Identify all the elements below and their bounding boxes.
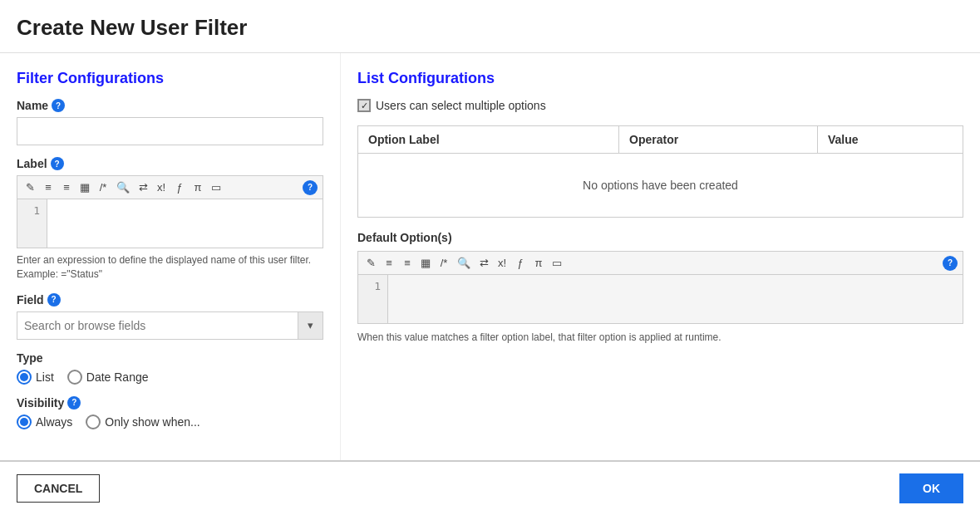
left-panel: Filter Configurations Name ? Label ? ✎ ≡… [0,53,341,460]
label-section: Label ? ✎ ≡ ≡ ▦ /* 🔍 ⇄ x! ƒ π ▭ ? 1 [17,157,323,282]
type-radio-group: List Date Range [17,370,323,385]
field-search-wrapper: ▾ [17,311,323,340]
type-daterange-radio[interactable] [67,370,82,385]
options-table: Option Label Operator Value No options h… [357,125,963,218]
footer: CANCEL OK [0,460,980,515]
type-list-label: List [36,370,54,384]
name-input[interactable] [17,117,323,145]
content-area: Filter Configurations Name ? Label ? ✎ ≡… [0,53,980,460]
type-list-option[interactable]: List [17,370,54,385]
default-editor-content[interactable] [388,275,963,323]
label-editor: 1 [17,199,323,248]
visibility-always-radio[interactable] [17,414,32,429]
multi-select-row: Users can select multiple options [357,99,963,112]
right-panel: List Configurations Users can select mul… [341,53,980,460]
field-label: Field ? [17,293,323,307]
toolbar-btn-swap[interactable]: ⇄ [135,179,150,195]
type-daterange-label: Date Range [86,370,149,384]
visibility-radio-group: Always Only show when... [17,414,323,429]
field-section: Field ? ▾ [17,293,323,340]
toolbar-btn-func[interactable]: ƒ [172,179,187,195]
no-options-row: No options have been created [358,154,963,218]
type-daterange-option[interactable]: Date Range [67,370,149,385]
default-toolbar: ✎ ≡ ≡ ▦ /* 🔍 ⇄ x! ƒ π ▭ ? [357,251,963,274]
name-help-icon[interactable]: ? [52,99,65,112]
visibility-conditional-label: Only show when... [105,415,199,429]
list-configurations-title: List Configurations [357,70,963,87]
options-table-body: No options have been created [358,154,963,218]
default-toolbar-btn-align-center[interactable]: ≡ [400,255,415,271]
toolbar-btn-align-left[interactable]: ≡ [41,179,56,195]
col-operator: Operator [619,126,818,154]
label-label: Label ? [17,157,323,170]
default-hint: When this value matches a filter option … [357,331,963,345]
default-toolbar-btn-comment[interactable]: /* [436,255,451,271]
label-hint: Enter an expression to define the displa… [17,253,323,282]
visibility-always-label: Always [36,415,72,429]
options-table-head: Option Label Operator Value [358,126,963,154]
toolbar-btn-grid[interactable]: ▦ [77,179,92,195]
default-toolbar-btn-grid[interactable]: ▦ [418,255,433,271]
label-toolbar: ✎ ≡ ≡ ▦ /* 🔍 ⇄ x! ƒ π ▭ ? [17,175,323,199]
visibility-always-option[interactable]: Always [17,414,72,429]
label-editor-content[interactable] [47,199,323,248]
label-line-numbers: 1 [17,199,47,248]
filter-configurations-title: Filter Configurations [17,70,323,87]
page-title: Create New User Filter [17,15,963,41]
visibility-section: Visibility ? Always Only show when... [17,396,323,429]
visibility-help-icon[interactable]: ? [67,396,81,410]
field-search-input[interactable] [17,314,298,337]
multi-select-checkbox[interactable] [357,99,371,112]
toolbar-help-icon[interactable]: ? [303,180,318,195]
no-options-text: No options have been created [358,154,963,218]
default-toolbar-btn-swap[interactable]: ⇄ [476,255,491,271]
page-header: Create New User Filter [0,0,980,53]
ok-button[interactable]: OK [899,473,963,503]
default-toolbar-btn-xfact[interactable]: x! [495,255,510,271]
options-table-header-row: Option Label Operator Value [358,126,963,154]
visibility-label: Visibility ? [17,396,323,410]
default-editor: 1 [357,274,963,324]
default-toolbar-btn-align-left[interactable]: ≡ [382,255,396,271]
toolbar-btn-box[interactable]: ▭ [209,179,224,195]
type-list-radio[interactable] [17,370,32,385]
visibility-conditional-radio[interactable] [86,414,101,429]
visibility-conditional-option[interactable]: Only show when... [86,414,199,429]
toolbar-btn-search[interactable]: 🔍 [114,179,132,195]
col-value: Value [818,126,963,154]
label-help-icon[interactable]: ? [51,157,64,170]
default-toolbar-btn-edit[interactable]: ✎ [363,255,378,271]
default-option-label: Default Option(s) [357,231,963,244]
name-label: Name ? [17,99,323,112]
cancel-button[interactable]: CANCEL [17,474,100,503]
default-toolbar-btn-pi[interactable]: π [531,255,546,271]
default-toolbar-help-icon[interactable]: ? [943,256,958,271]
field-help-icon[interactable]: ? [47,293,61,307]
field-dropdown-btn[interactable]: ▾ [298,312,323,339]
type-label: Type [17,351,323,365]
default-toolbar-btn-search[interactable]: 🔍 [455,255,473,271]
toolbar-btn-align-center[interactable]: ≡ [59,179,74,195]
toolbar-btn-comment[interactable]: /* [96,179,111,195]
default-line-numbers: 1 [358,275,388,323]
multi-select-label: Users can select multiple options [376,99,546,112]
default-toolbar-btn-box[interactable]: ▭ [549,255,564,271]
toolbar-btn-edit[interactable]: ✎ [22,179,37,195]
toolbar-btn-pi[interactable]: π [190,179,205,195]
toolbar-btn-xfact[interactable]: x! [154,179,169,195]
default-toolbar-btn-func[interactable]: ƒ [513,255,528,271]
type-section: Type List Date Range [17,351,323,385]
col-option-label: Option Label [358,126,619,154]
